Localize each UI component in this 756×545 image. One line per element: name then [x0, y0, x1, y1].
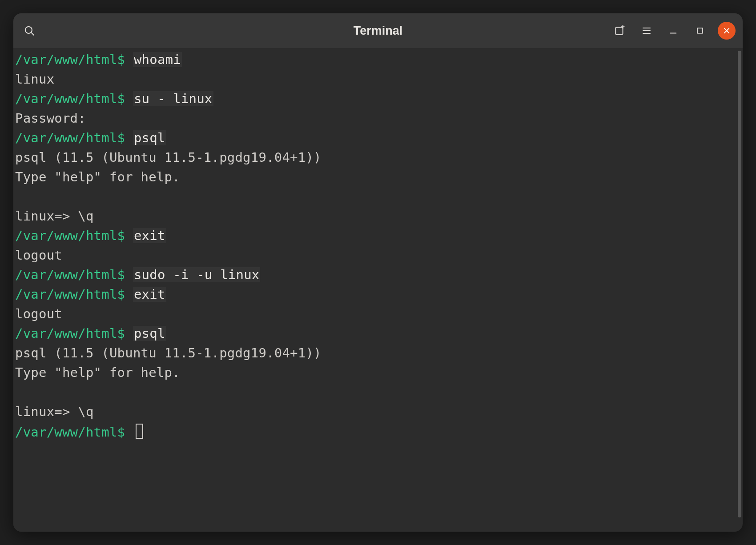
command-text: whoami: [133, 52, 182, 67]
terminal-line: logout: [15, 304, 736, 324]
command-text: psql: [133, 130, 166, 145]
terminal-line: linux=> \q: [15, 206, 736, 226]
prompt-symbol: $: [117, 267, 125, 282]
output-text: psql (11.5 (Ubuntu 11.5-1.pgdg19.04+1)): [15, 345, 322, 361]
prompt-symbol: $: [117, 91, 125, 106]
output-text: linux=> \q: [15, 404, 94, 419]
output-text: linux: [15, 72, 54, 87]
prompt-path: /var/www/html: [15, 52, 117, 67]
minimize-button[interactable]: [664, 22, 682, 40]
prompt-path: /var/www/html: [15, 91, 117, 106]
menu-button[interactable]: [638, 22, 655, 40]
terminal-window: Terminal: [13, 13, 743, 532]
scrollbar-thumb[interactable]: [738, 51, 741, 517]
maximize-icon: [696, 26, 704, 35]
output-text: Password:: [15, 111, 94, 126]
terminal-line: logout: [15, 245, 736, 265]
prompt-symbol: $: [117, 287, 125, 302]
prompt-symbol: $: [117, 326, 125, 341]
prompt-symbol: $: [117, 130, 125, 145]
terminal-line: /var/www/html$ psql: [15, 324, 736, 343]
output-text: Type "help" for help.: [15, 365, 180, 380]
close-button[interactable]: [718, 22, 736, 40]
hamburger-icon: [641, 25, 652, 36]
command-text: sudo -i -u linux: [133, 267, 261, 282]
svg-line-1: [31, 32, 33, 35]
terminal-line: psql (11.5 (Ubuntu 11.5-1.pgdg19.04+1)): [15, 148, 736, 167]
prompt-path: /var/www/html: [15, 228, 117, 243]
output-text: psql (11.5 (Ubuntu 11.5-1.pgdg19.04+1)): [15, 150, 322, 165]
scrollbar[interactable]: [736, 48, 743, 532]
prompt-symbol: $: [117, 52, 125, 67]
svg-rect-9: [697, 28, 703, 33]
terminal-line: [15, 382, 736, 402]
prompt-path: /var/www/html: [15, 130, 117, 145]
maximize-button[interactable]: [691, 22, 709, 40]
terminal-line: /var/www/html$ exit: [15, 285, 736, 304]
terminal-line: /var/www/html$ sudo -i -u linux: [15, 265, 736, 285]
terminal-line: /var/www/html$ su - linux: [15, 89, 736, 108]
output-text: logout: [15, 248, 62, 263]
command-text: psql: [133, 326, 166, 341]
terminal-line: linux=> \q: [15, 402, 736, 421]
terminal-line: /var/www/html$ psql: [15, 128, 736, 148]
new-tab-icon: [614, 25, 626, 36]
prompt-path: /var/www/html: [15, 267, 117, 282]
terminal-line: Type "help" for help.: [15, 167, 736, 187]
search-icon: [24, 25, 35, 36]
output-text: Type "help" for help.: [15, 169, 180, 184]
new-tab-button[interactable]: [611, 22, 629, 40]
close-icon: [723, 27, 731, 35]
command-text: su - linux: [133, 91, 213, 106]
search-button[interactable]: [20, 22, 38, 40]
terminal-content[interactable]: /var/www/html$ whoamilinux/var/www/html$…: [13, 48, 736, 532]
cursor: [136, 424, 143, 439]
terminal-line: /var/www/html$: [15, 421, 736, 441]
terminal-line: [15, 187, 736, 206]
terminal-line: Password:: [15, 108, 736, 128]
prompt-symbol: $: [117, 228, 125, 243]
command-text: exit: [133, 228, 166, 243]
titlebar: Terminal: [13, 13, 743, 48]
terminal-line: /var/www/html$ whoami: [15, 50, 736, 69]
svg-rect-2: [615, 27, 623, 34]
terminal-line: linux: [15, 69, 736, 89]
prompt-path: /var/www/html: [15, 287, 117, 302]
command-text: exit: [133, 287, 166, 302]
output-text: linux=> \q: [15, 208, 94, 224]
output-text: logout: [15, 306, 62, 321]
prompt-path: /var/www/html: [15, 326, 117, 341]
terminal-line: /var/www/html$ exit: [15, 226, 736, 245]
prompt-path: /var/www/html: [15, 425, 117, 440]
terminal-line: psql (11.5 (Ubuntu 11.5-1.pgdg19.04+1)): [15, 343, 736, 363]
minimize-icon: [668, 26, 678, 36]
terminal-line: Type "help" for help.: [15, 363, 736, 382]
prompt-symbol: $: [117, 425, 125, 440]
